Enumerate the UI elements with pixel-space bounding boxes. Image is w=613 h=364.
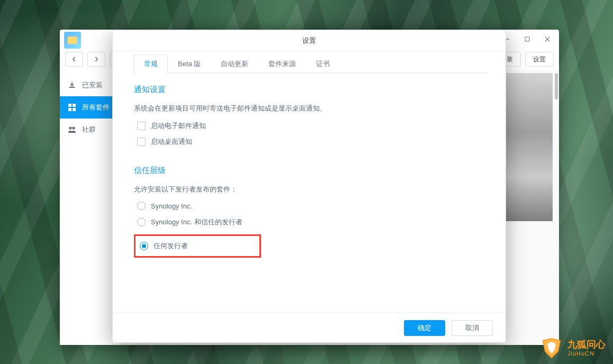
checkbox-label: 启动电子邮件通知	[151, 121, 206, 131]
notification-description: 系统会在更新项目可用时寄送电子邮件通知或是显示桌面通知。	[134, 103, 484, 114]
highlighted-option: 任何发行者	[134, 234, 261, 258]
maximize-button[interactable]	[520, 33, 535, 46]
svg-rect-7	[68, 108, 71, 111]
settings-button[interactable]: 设置	[525, 52, 554, 67]
ok-button[interactable]: 确定	[404, 320, 445, 336]
svg-rect-4	[69, 87, 75, 88]
desktop-notification-checkbox[interactable]	[137, 138, 146, 146]
modal-footer: 确定 取消	[113, 313, 506, 342]
watermark-en: JiuHuCN	[567, 350, 606, 357]
modal-content: 通知设置 系统会在更新项目可用时寄送电子邮件通知或是显示桌面通知。 启动电子邮件…	[113, 73, 506, 313]
settings-modal: 设置 常规 Beta 版 自动更新 套件来源 证书 通知设置 系统会在更新项目可…	[112, 30, 506, 343]
people-icon	[67, 125, 77, 134]
modal-title: 设置	[113, 30, 506, 51]
sidebar-label: 所有套件	[82, 103, 110, 112]
modal-tabs: 常规 Beta 版 自动更新 套件来源 证书	[113, 51, 506, 72]
email-notification-checkbox[interactable]	[137, 122, 146, 130]
cancel-button[interactable]: 取消	[452, 320, 493, 336]
checkbox-row-desktop: 启动桌面通知	[134, 137, 484, 147]
app-icon	[64, 32, 81, 49]
nav-forward-button[interactable]	[87, 52, 105, 67]
sidebar-label: 已安装	[82, 80, 103, 90]
watermark: 九狐问心 JiuHuCN	[540, 336, 606, 360]
checkbox-label: 启动桌面通知	[151, 137, 192, 147]
checkbox-row-email: 启动电子邮件通知	[134, 121, 484, 131]
svg-point-10	[73, 127, 75, 130]
radio-label: Synology Inc. 和信任的发行者	[151, 217, 242, 227]
trust-radio-synology[interactable]	[137, 202, 146, 210]
section-title-notification: 通知设置	[134, 85, 484, 95]
banner-image	[500, 73, 553, 221]
tab-general[interactable]: 常规	[134, 54, 168, 72]
grid-icon	[67, 103, 77, 112]
radio-label: 任何发行者	[154, 241, 188, 251]
fox-logo-icon	[540, 336, 563, 360]
tab-certificate[interactable]: 证书	[306, 54, 340, 72]
scrollbar[interactable]	[555, 73, 558, 99]
svg-rect-6	[73, 104, 76, 107]
radio-row-synology: Synology Inc.	[134, 202, 484, 210]
download-icon	[67, 80, 77, 90]
section-title-trust: 信任层级	[134, 166, 484, 176]
trust-radio-any[interactable]	[140, 242, 148, 250]
radio-row-trusted: Synology Inc. 和信任的发行者	[134, 217, 484, 227]
tab-auto-update[interactable]: 自动更新	[211, 54, 258, 72]
watermark-cn: 九狐问心	[567, 340, 606, 350]
tab-package-sources[interactable]: 套件来源	[258, 54, 306, 72]
svg-rect-1	[525, 37, 529, 41]
trust-radio-trusted[interactable]	[137, 218, 146, 226]
svg-point-9	[69, 127, 72, 130]
close-button[interactable]	[540, 33, 555, 46]
svg-rect-5	[68, 104, 71, 107]
nav-back-button[interactable]	[65, 52, 83, 67]
tab-beta[interactable]: Beta 版	[168, 54, 211, 72]
radio-label: Synology Inc.	[151, 202, 192, 210]
svg-rect-8	[73, 108, 76, 111]
sidebar-label: 社群	[82, 125, 96, 134]
trust-description: 允许安装以下发行者发布的套件：	[134, 184, 484, 195]
